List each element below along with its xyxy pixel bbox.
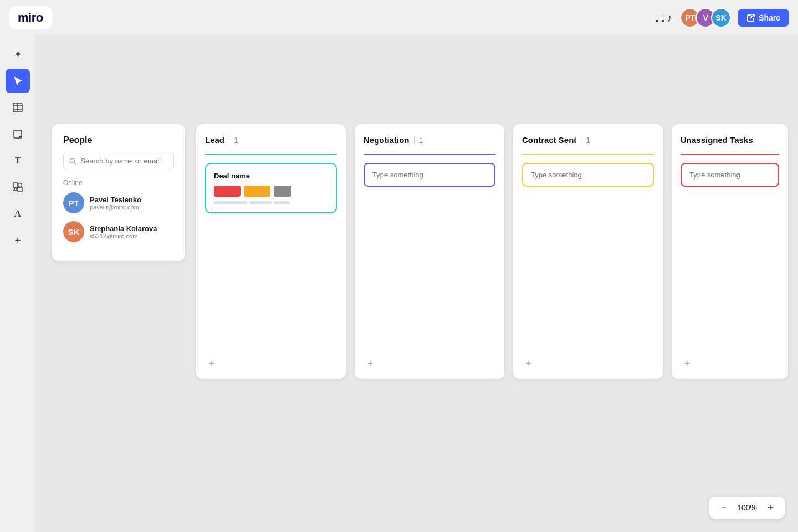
share-button[interactable]: Share [738, 9, 789, 27]
zoom-controls: − 100% + [709, 497, 785, 519]
col-line-negotiation [364, 154, 495, 155]
col-divider-negotiation [414, 136, 415, 144]
add-card-negotiation[interactable]: + [364, 357, 377, 370]
person-name-1: Pavel Teslenko [90, 196, 141, 204]
kanban-col-negotiation: Negotiation 1 + [355, 124, 504, 379]
col-title-unassigned: Unassigned Tasks [681, 135, 753, 145]
share-icon [746, 13, 755, 22]
col-title-lead: Lead [205, 135, 224, 145]
deal-name-1: Deal name [214, 172, 328, 180]
people-panel-title: People [63, 135, 174, 145]
search-input[interactable] [80, 157, 168, 165]
kanban-board: Lead 1 Deal name [196, 124, 788, 379]
person-email-2: s5212@miro.com [90, 233, 157, 239]
sidebar-item-shapes[interactable] [6, 175, 30, 200]
col-line-unassigned [681, 154, 779, 155]
col-count-lead: 1 [234, 136, 238, 145]
progress-bar-1 [214, 201, 247, 204]
tag-orange [244, 186, 270, 197]
zoom-out-button[interactable]: − [717, 501, 730, 514]
sidebar-item-table[interactable] [6, 95, 30, 120]
deal-card-1[interactable]: Deal name [205, 163, 337, 213]
table-icon [12, 102, 23, 113]
music-icon: ♩♩♪ [654, 11, 673, 24]
logo-text: miro [18, 11, 43, 25]
deal-tags-1 [214, 186, 328, 197]
svg-rect-0 [13, 103, 22, 112]
deal-progress-1 [214, 201, 328, 204]
kanban-col-lead: Lead 1 Deal name [196, 124, 346, 379]
header-right: ♩♩♪ PT V SK Share [654, 8, 789, 28]
col-header-negotiation: Negotiation 1 [364, 135, 495, 145]
person-email-1: pavel.t@miro.com [90, 204, 141, 211]
share-label: Share [759, 13, 780, 22]
type-input-negotiation[interactable] [364, 163, 495, 187]
kanban-col-contract: Contract Sent 1 + [513, 124, 663, 379]
avatars-group: PT V SK [680, 8, 731, 28]
progress-bar-2 [249, 201, 272, 204]
col-line-lead [205, 154, 337, 155]
shapes-icon [12, 182, 23, 193]
add-card-unassigned[interactable]: + [681, 357, 694, 370]
col-divider-lead [229, 136, 229, 144]
col-header-contract: Contract Sent 1 [522, 135, 654, 145]
sidebar-item-note[interactable] [6, 122, 30, 146]
person-info-2: Stephania Kolarova s5212@miro.com [90, 224, 157, 239]
type-input-container-negotiation [364, 163, 495, 187]
add-card-contract[interactable]: + [522, 357, 535, 370]
online-label: Online [63, 179, 174, 187]
col-title-contract: Contract Sent [522, 135, 576, 145]
svg-rect-6 [18, 187, 22, 192]
sidebar-item-text[interactable]: T [6, 149, 30, 173]
col-header-unassigned: Unassigned Tasks [681, 135, 779, 145]
person-item-1: PT Pavel Teslenko pavel.t@miro.com [63, 192, 174, 213]
avatar-3[interactable]: SK [711, 8, 731, 28]
search-icon [69, 157, 76, 165]
col-title-negotiation: Negotiation [364, 135, 410, 145]
cursor-icon [13, 76, 23, 86]
type-input-contract[interactable] [522, 163, 654, 187]
zoom-in-button[interactable]: + [764, 501, 777, 514]
tag-red [214, 186, 241, 197]
search-box[interactable] [63, 152, 174, 170]
sidebar: ✦ T A + [0, 35, 35, 532]
person-name-2: Stephania Kolarova [90, 224, 157, 233]
col-count-negotiation: 1 [419, 136, 423, 145]
logo-box[interactable]: miro [9, 6, 52, 29]
person-item-2: SK Stephania Kolarova s5212@miro.com [63, 221, 174, 242]
zoom-level: 100% [736, 503, 758, 512]
col-line-contract [522, 154, 654, 155]
type-input-unassigned[interactable] [681, 163, 779, 187]
sidebar-item-add[interactable]: + [6, 228, 30, 253]
people-panel: People Online PT Pavel Teslenko pavel.t@… [52, 124, 185, 261]
canvas: People Online PT Pavel Teslenko pavel.t@… [35, 35, 798, 532]
svg-line-9 [74, 162, 75, 164]
type-input-container-contract [522, 163, 654, 187]
svg-point-7 [18, 183, 22, 187]
sidebar-item-sparkle[interactable]: ✦ [6, 42, 30, 66]
content-area: People Online PT Pavel Teslenko pavel.t@… [52, 124, 788, 379]
col-count-contract: 1 [586, 136, 590, 145]
add-card-lead[interactable]: + [205, 357, 218, 370]
person-info-1: Pavel Teslenko pavel.t@miro.com [90, 196, 141, 211]
sidebar-item-cursor[interactable] [6, 69, 30, 93]
person-avatar-1: PT [63, 192, 84, 213]
tag-gray [274, 186, 291, 197]
person-avatar-2: SK [63, 221, 84, 242]
kanban-col-unassigned: Unassigned Tasks + [672, 124, 788, 379]
type-input-container-unassigned [681, 163, 779, 187]
col-header-lead: Lead 1 [205, 135, 337, 145]
note-icon [12, 129, 23, 140]
header: miro ♩♩♪ PT V SK Share [0, 0, 798, 35]
progress-bar-3 [274, 201, 290, 204]
sidebar-item-font[interactable]: A [6, 202, 30, 226]
col-divider-contract [581, 136, 581, 144]
